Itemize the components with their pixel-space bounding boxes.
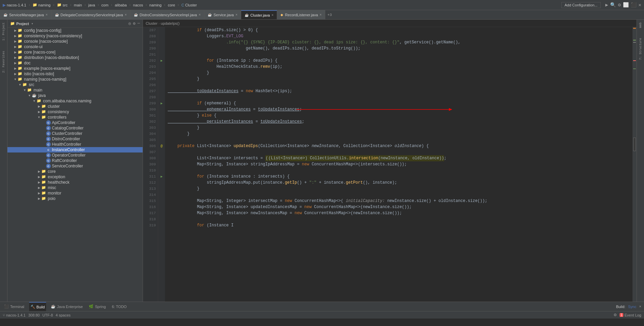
- sidebar-item-main[interactable]: ▼ 📁 main: [7, 87, 143, 93]
- tab-servicemanager[interactable]: ☕ ServiceManager.java ×: [0, 10, 51, 19]
- sidebar-item-RaftController[interactable]: C RaftController: [7, 158, 143, 163]
- sidebar-item-distribution[interactable]: ▶ 📁 distribution [nacos-distribution]: [7, 55, 143, 60]
- expand-arrow-misc[interactable]: ▶: [37, 186, 41, 189]
- collapse-icon[interactable]: —: [138, 21, 140, 26]
- maximize-icon[interactable]: ⬜: [623, 2, 629, 8]
- sidebar-item-config[interactable]: ▶ 📁 config [nacos-config]: [7, 28, 143, 33]
- sidebar-item-doc[interactable]: ▶ 📁 doc: [7, 60, 143, 66]
- tab-close-6[interactable]: ×: [320, 13, 322, 17]
- sidebar-item-controllers-folder[interactable]: ▼ 📁 controllers: [7, 115, 143, 120]
- sidebar-item-com-alibaba[interactable]: ▼ 📁 com.alibaba.nacos.naming: [7, 98, 143, 104]
- code-content[interactable]: 287 288 289 290 291 292 293 294 295 296 …: [143, 27, 637, 302]
- sidebar-item-HealthController[interactable]: C HealthController: [7, 142, 143, 147]
- sidebar-item-poio[interactable]: ▶ 📁 poio: [7, 196, 143, 201]
- favorites-strip-item[interactable]: 2: Favorites: [2, 49, 5, 74]
- bottom-tab-spring[interactable]: 🌿 Spring: [87, 304, 107, 309]
- expand-arrow-cluster-folder[interactable]: ▶: [37, 105, 41, 108]
- tab-close-5[interactable]: ×: [272, 13, 274, 17]
- expand-arrow-src[interactable]: ▼: [18, 83, 22, 86]
- sidebar-item-console[interactable]: ▶ 📁 console [nacos-console]: [7, 39, 143, 44]
- event-log-status[interactable]: 1 Event Log: [620, 313, 641, 317]
- sidebar-item-CatalogController[interactable]: C CatalogController: [7, 125, 143, 131]
- restore-icon[interactable]: ⬛: [631, 2, 637, 8]
- expand-arrow-doc[interactable]: ▶: [13, 61, 18, 65]
- expand-arrow-core2[interactable]: ▶: [37, 170, 41, 173]
- bottom-tab-build[interactable]: 🔨 Build: [29, 302, 46, 311]
- sidebar-item-misc[interactable]: ▶ 📁 misc: [7, 185, 143, 190]
- sidebar-item-ServiceController[interactable]: C ServiceController: [7, 163, 143, 169]
- sidebar-item-console-ui[interactable]: ▶ 📁 console-ui: [7, 44, 143, 49]
- breadcrumb-core[interactable]: core: [168, 3, 175, 7]
- sidebar-item-core2[interactable]: ▶ 📁 core: [7, 169, 143, 174]
- sidebar-item-naming[interactable]: ▼ 📁 naming [nacos-naming]: [7, 77, 143, 82]
- gear-icon[interactable]: ⚙: [133, 21, 136, 26]
- fold-icon-311[interactable]: ▶: [161, 175, 163, 179]
- breadcrumb-cluster[interactable]: Cluster: [146, 21, 158, 25]
- expand-arrow-istio[interactable]: ▶: [13, 72, 18, 76]
- sidebar-item-ClusterController[interactable]: C ClusterController: [7, 131, 143, 136]
- tab-close-3[interactable]: ×: [199, 13, 201, 17]
- tab-distro[interactable]: ☕ DistroConsistencyServiceImpl.java ×: [130, 10, 204, 19]
- expand-arrow-consistency[interactable]: ▶: [13, 34, 18, 38]
- sidebar-item-src[interactable]: ▼ 📁 src: [7, 82, 143, 87]
- sidebar-item-istio[interactable]: ▶ 📁 istio [nacos-istio]: [7, 71, 143, 77]
- web-strip[interactable]: Web: [639, 21, 642, 29]
- tab-cluster[interactable]: ☕ Cluster.java ×: [241, 10, 277, 19]
- sidebar-item-monitor[interactable]: ▶ 📁 monitor: [7, 190, 143, 196]
- settings-icon-status[interactable]: ⚙: [614, 313, 617, 317]
- expand-arrow-com[interactable]: ▼: [32, 99, 37, 103]
- expand-arrow-console[interactable]: ▶: [13, 40, 18, 43]
- fold-icon-292[interactable]: ▶: [161, 59, 163, 63]
- run-icon[interactable]: ▶: [605, 2, 608, 8]
- breadcrumb-nacos[interactable]: nacos: [133, 3, 143, 7]
- sidebar-item-OperatorController[interactable]: C OperatorController: [7, 152, 143, 158]
- sidebar-item-example[interactable]: ▶ 📁 example [nacos-example]: [7, 66, 143, 71]
- expand-arrow-java[interactable]: ▼: [27, 94, 32, 97]
- tab-close-1[interactable]: ×: [46, 13, 48, 17]
- close-window-icon[interactable]: ✕: [639, 2, 641, 8]
- expand-arrow-monitor[interactable]: ▶: [37, 191, 41, 195]
- bottom-tab-todo[interactable]: 6: TODO: [110, 305, 128, 309]
- breadcrumb-naming2[interactable]: naming: [149, 3, 162, 7]
- sync-button[interactable]: Sync: [628, 305, 636, 309]
- dropdown-icon[interactable]: ▾: [31, 22, 33, 26]
- tab-overflow[interactable]: +3: [325, 10, 334, 19]
- structure-strip[interactable]: 7: Structure: [639, 37, 642, 61]
- expand-arrow-console-ui[interactable]: ▶: [13, 45, 18, 48]
- expand-arrow-exception[interactable]: ▶: [37, 175, 41, 179]
- code-lines[interactable]: if (deadIPs.size() > 0) { Loggers.EVT_LO…: [165, 27, 632, 302]
- sidebar-item-cluster-folder[interactable]: ▶ 📁 cluster: [7, 104, 143, 109]
- expand-arrow-dist[interactable]: ▶: [13, 56, 18, 59]
- sidebar-item-core[interactable]: ▶ 📁 core [nacos-core]: [7, 49, 143, 55]
- breadcrumb-naming[interactable]: 📁 naming: [33, 3, 50, 7]
- expand-arrow-poio[interactable]: ▶: [37, 197, 41, 200]
- expand-arrow-main[interactable]: ▼: [22, 88, 27, 92]
- sidebar-item-java[interactable]: ▼ ☕ java: [7, 93, 143, 98]
- tab-delegate[interactable]: ☕ DelegateConsistencyServiceImpl.java ×: [51, 10, 131, 19]
- add-configuration-button[interactable]: Add Configuration...: [561, 2, 600, 8]
- breadcrumb-src[interactable]: 📁 src: [57, 3, 68, 7]
- sidebar-item-InstanceController[interactable]: C InstanceController: [7, 147, 143, 152]
- breadcrumb-java[interactable]: java: [88, 3, 95, 7]
- breadcrumb-alibaba[interactable]: alibaba: [115, 3, 127, 7]
- tab-close-4[interactable]: ×: [235, 13, 237, 17]
- settings-icon[interactable]: ⚙: [618, 2, 621, 8]
- search-icon[interactable]: 🔍: [610, 2, 616, 8]
- tab-close-2[interactable]: ×: [125, 13, 127, 17]
- expand-arrow-consistency-folder[interactable]: ▶: [37, 110, 41, 114]
- breadcrumb-cluster[interactable]: C Cluster: [181, 3, 197, 7]
- line-col-status[interactable]: 308:80: [28, 313, 40, 317]
- project-indicator[interactable]: ▶ nacos-1.4.1: [3, 3, 26, 7]
- expand-arrow-config[interactable]: ▶: [13, 29, 18, 32]
- expand-arrow-naming[interactable]: ▼: [13, 78, 18, 81]
- expand-arrow-controllers[interactable]: ▼: [37, 116, 41, 119]
- tab-recordlistener[interactable]: ◆ RecordListener.java ×: [277, 10, 325, 19]
- scope-icon[interactable]: ◎: [128, 21, 131, 26]
- indent-status[interactable]: 4 spaces: [56, 313, 70, 317]
- sidebar-item-DistroController[interactable]: C DistroController: [7, 136, 143, 142]
- sidebar-item-consistency[interactable]: ▶ 📁 consistency [nacos-consistency]: [7, 33, 143, 39]
- project-strip-item[interactable]: 1: Project: [2, 21, 5, 42]
- breadcrumb-main[interactable]: main: [74, 3, 82, 7]
- sidebar-item-healthcheck[interactable]: ▶ 📁 healthcheck: [7, 180, 143, 185]
- expand-arrow-healthcheck[interactable]: ▶: [37, 181, 41, 184]
